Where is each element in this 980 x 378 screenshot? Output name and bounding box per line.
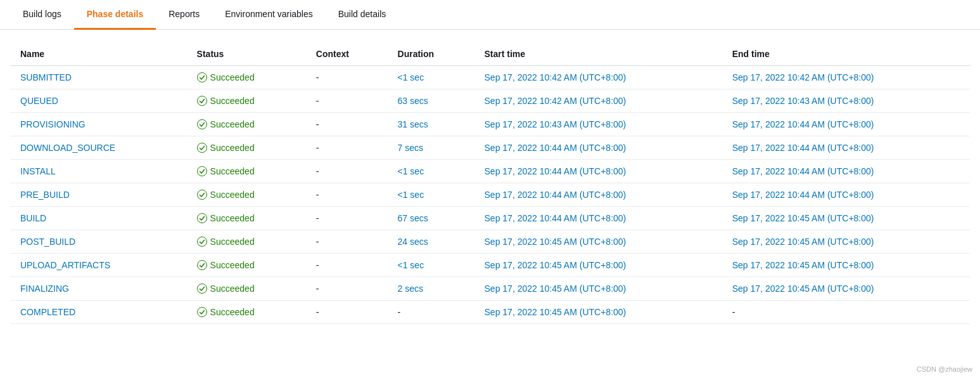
phase-end-time: Sep 17, 2022 10:45 AM (UTC+8:00) bbox=[722, 207, 970, 230]
phase-name[interactable]: COMPLETED bbox=[10, 301, 187, 324]
phase-status: Succeeded bbox=[187, 183, 306, 207]
phase-status: Succeeded bbox=[187, 207, 306, 230]
phase-duration: 67 secs bbox=[388, 207, 474, 230]
col-header-duration: Duration bbox=[388, 42, 474, 66]
svg-point-3 bbox=[197, 143, 207, 153]
svg-point-5 bbox=[197, 190, 207, 200]
phase-duration: 31 secs bbox=[388, 113, 474, 136]
phase-start-time: Sep 17, 2022 10:45 AM (UTC+8:00) bbox=[474, 230, 722, 254]
phase-end-time: - bbox=[722, 301, 970, 324]
tab-reports[interactable]: Reports bbox=[156, 0, 212, 30]
phase-name[interactable]: PRE_BUILD bbox=[10, 183, 187, 207]
phase-name[interactable]: DOWNLOAD_SOURCE bbox=[10, 136, 187, 160]
phase-context: - bbox=[306, 183, 388, 207]
phase-start-time: Sep 17, 2022 10:44 AM (UTC+8:00) bbox=[474, 207, 722, 230]
tab-phase-details[interactable]: Phase details bbox=[74, 0, 156, 30]
phase-duration: 24 secs bbox=[388, 230, 474, 254]
tab-bar: Build logsPhase detailsReportsEnvironmen… bbox=[0, 0, 980, 30]
tab-build-logs[interactable]: Build logs bbox=[10, 0, 74, 30]
phase-status: Succeeded bbox=[187, 301, 306, 324]
phase-context: - bbox=[306, 207, 388, 230]
table-row: QUEUED Succeeded-63 secsSep 17, 2022 10:… bbox=[10, 89, 970, 113]
phase-duration: <1 sec bbox=[388, 160, 474, 183]
col-header-status: Status bbox=[187, 42, 306, 66]
phase-duration: 7 secs bbox=[388, 136, 474, 160]
phase-duration: 63 secs bbox=[388, 89, 474, 113]
success-icon bbox=[197, 213, 207, 223]
table-header-row: NameStatusContextDurationStart timeEnd t… bbox=[10, 42, 970, 66]
svg-point-2 bbox=[197, 120, 207, 129]
phase-end-time: Sep 17, 2022 10:44 AM (UTC+8:00) bbox=[722, 160, 970, 183]
phase-name[interactable]: FINALIZING bbox=[10, 277, 187, 301]
status-label: Succeeded bbox=[210, 307, 255, 317]
svg-point-6 bbox=[197, 214, 207, 223]
tab-build-details[interactable]: Build details bbox=[326, 0, 399, 30]
table-row: INSTALL Succeeded-<1 secSep 17, 2022 10:… bbox=[10, 160, 970, 183]
status-label: Succeeded bbox=[210, 96, 255, 106]
success-icon bbox=[197, 284, 207, 294]
status-label: Succeeded bbox=[210, 213, 255, 223]
svg-point-7 bbox=[197, 237, 207, 247]
phase-start-time: Sep 17, 2022 10:45 AM (UTC+8:00) bbox=[474, 301, 722, 324]
col-header-context: Context bbox=[306, 42, 388, 66]
phase-start-time: Sep 17, 2022 10:44 AM (UTC+8:00) bbox=[474, 160, 722, 183]
phase-duration: - bbox=[388, 301, 474, 324]
phase-end-time: Sep 17, 2022 10:45 AM (UTC+8:00) bbox=[722, 254, 970, 277]
phase-name[interactable]: INSTALL bbox=[10, 160, 187, 183]
phase-status: Succeeded bbox=[187, 113, 306, 136]
phase-details-table: NameStatusContextDurationStart timeEnd t… bbox=[10, 42, 970, 324]
svg-point-8 bbox=[197, 261, 207, 270]
phase-end-time: Sep 17, 2022 10:45 AM (UTC+8:00) bbox=[722, 277, 970, 301]
phase-status: Succeeded bbox=[187, 277, 306, 301]
phase-end-time: Sep 17, 2022 10:43 AM (UTC+8:00) bbox=[722, 89, 970, 113]
svg-point-10 bbox=[197, 308, 207, 317]
phase-context: - bbox=[306, 113, 388, 136]
table-row: UPLOAD_ARTIFACTS Succeeded-<1 secSep 17,… bbox=[10, 254, 970, 277]
svg-point-1 bbox=[197, 96, 207, 106]
phase-name[interactable]: UPLOAD_ARTIFACTS bbox=[10, 254, 187, 277]
table-header: NameStatusContextDurationStart timeEnd t… bbox=[10, 42, 970, 66]
status-label: Succeeded bbox=[210, 190, 255, 200]
phase-start-time: Sep 17, 2022 10:45 AM (UTC+8:00) bbox=[474, 254, 722, 277]
phase-status: Succeeded bbox=[187, 230, 306, 254]
status-label: Succeeded bbox=[210, 119, 255, 129]
phase-context: - bbox=[306, 136, 388, 160]
phase-duration: <1 sec bbox=[388, 183, 474, 207]
phase-status: Succeeded bbox=[187, 160, 306, 183]
success-icon bbox=[197, 307, 207, 317]
phase-name[interactable]: SUBMITTED bbox=[10, 66, 187, 89]
table-row: POST_BUILD Succeeded-24 secsSep 17, 2022… bbox=[10, 230, 970, 254]
phase-name[interactable]: QUEUED bbox=[10, 89, 187, 113]
svg-point-0 bbox=[197, 73, 207, 82]
phase-end-time: Sep 17, 2022 10:44 AM (UTC+8:00) bbox=[722, 113, 970, 136]
phase-start-time: Sep 17, 2022 10:42 AM (UTC+8:00) bbox=[474, 89, 722, 113]
phase-context: - bbox=[306, 254, 388, 277]
table-row: DOWNLOAD_SOURCE Succeeded-7 secsSep 17, … bbox=[10, 136, 970, 160]
table-row: PROVISIONING Succeeded-31 secsSep 17, 20… bbox=[10, 113, 970, 136]
tab-environment-variables[interactable]: Environment variables bbox=[212, 0, 326, 30]
phase-end-time: Sep 17, 2022 10:44 AM (UTC+8:00) bbox=[722, 183, 970, 207]
status-label: Succeeded bbox=[210, 260, 255, 270]
phase-context: - bbox=[306, 66, 388, 89]
table-body: SUBMITTED Succeeded-<1 secSep 17, 2022 1… bbox=[10, 66, 970, 324]
phase-context: - bbox=[306, 230, 388, 254]
status-label: Succeeded bbox=[210, 284, 255, 294]
status-label: Succeeded bbox=[210, 72, 255, 82]
table-container: NameStatusContextDurationStart timeEnd t… bbox=[0, 30, 980, 337]
success-icon bbox=[197, 96, 207, 106]
phase-name[interactable]: PROVISIONING bbox=[10, 113, 187, 136]
success-icon bbox=[197, 166, 207, 176]
success-icon bbox=[197, 190, 207, 200]
col-header-start-time: Start time bbox=[474, 42, 722, 66]
table-row: SUBMITTED Succeeded-<1 secSep 17, 2022 1… bbox=[10, 66, 970, 89]
phase-name[interactable]: BUILD bbox=[10, 207, 187, 230]
phase-context: - bbox=[306, 89, 388, 113]
phase-name[interactable]: POST_BUILD bbox=[10, 230, 187, 254]
svg-point-4 bbox=[197, 167, 207, 176]
table-row: PRE_BUILD Succeeded-<1 secSep 17, 2022 1… bbox=[10, 183, 970, 207]
phase-status: Succeeded bbox=[187, 136, 306, 160]
success-icon bbox=[197, 260, 207, 270]
col-header-name: Name bbox=[10, 42, 187, 66]
phase-status: Succeeded bbox=[187, 66, 306, 89]
table-row: COMPLETED Succeeded--Sep 17, 2022 10:45 … bbox=[10, 301, 970, 324]
